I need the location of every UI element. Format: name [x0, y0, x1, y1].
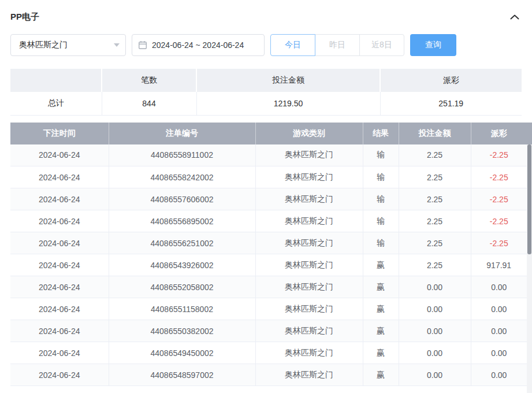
cell-order-id: 44086558911002	[109, 144, 255, 166]
cell-result: 赢	[363, 342, 399, 364]
cell-game-type: 奥林匹斯之门	[255, 342, 363, 364]
cell-payout: -2.25	[471, 166, 527, 188]
cell-bet-time: 2024-06-24	[10, 364, 109, 386]
summary-total-row: 总计 844 1219.50 251.19	[10, 92, 522, 115]
collapse-button[interactable]	[508, 10, 522, 24]
cell-game-type: 奥林匹斯之门	[255, 210, 363, 232]
cell-game-type: 奥林匹斯之门	[255, 166, 363, 188]
cell-game-type: 奥林匹斯之门	[255, 232, 363, 254]
cell-game-type: 奥林匹斯之门	[255, 188, 363, 210]
cell-payout: 0.00	[471, 342, 527, 364]
cell-bet-amount: 0.00	[399, 276, 471, 298]
cell-result: 赢	[363, 276, 399, 298]
header-result: 结果	[363, 123, 399, 144]
table-row: 2024-06-2444086552058002奥林匹斯之门赢0.000.00	[10, 276, 527, 298]
summary-header-bet-amount: 投注金额	[196, 69, 380, 92]
table-row: 2024-06-2444086558911002奥林匹斯之门输2.25-2.25	[10, 144, 527, 166]
scrollbar-thumb[interactable]	[527, 144, 531, 254]
report-table: 下注时间 注单编号 游戏类别 结果 投注金额 派彩 2024-06-244408…	[10, 123, 527, 393]
cell-bet-amount: 2.25	[399, 254, 471, 276]
summary-total-count: 844	[102, 92, 196, 115]
chevron-down-icon	[114, 43, 120, 47]
cell-result: 赢	[363, 298, 399, 320]
today-button[interactable]: 今日	[270, 34, 315, 56]
game-select-value: 奥林匹斯之门	[19, 40, 68, 50]
cell-game-type: 奥林匹斯之门	[255, 298, 363, 320]
cell-game-type: 奥林匹斯之门	[255, 276, 363, 298]
cell-payout: 917.91	[471, 254, 527, 276]
cell-payout: -2.25	[471, 144, 527, 166]
cell-order-id: 44086552058002	[109, 276, 255, 298]
summary-table: 笔数 投注金额 派彩 总计 844 1219.50 251.19	[10, 69, 522, 116]
cell-bet-amount: 0.00	[399, 342, 471, 364]
panel-header: PP电子	[10, 0, 522, 34]
cell-bet-time: 2024-06-24	[10, 210, 109, 232]
cell-bet-amount: 2.25	[399, 144, 471, 166]
cell-order-id: 44086549450002	[109, 342, 255, 364]
panel-title: PP电子	[10, 12, 39, 23]
header-order-id: 注单编号	[109, 123, 255, 144]
cell-order-id: 44086543926002	[109, 254, 255, 276]
cell-bet-amount: 2.25	[399, 210, 471, 232]
partial-row	[10, 386, 527, 393]
game-select[interactable]: 奥林匹斯之门	[10, 34, 126, 56]
cell-result: 输	[363, 144, 399, 166]
cell-payout: -2.25	[471, 210, 527, 232]
report-table-wrap: 下注时间 注单编号 游戏类别 结果 投注金额 派彩 2024-06-244408…	[10, 123, 532, 393]
cell-order-id: 44086557606002	[109, 188, 255, 210]
cell-payout: -2.25	[471, 188, 527, 210]
table-header-gutter	[527, 123, 532, 144]
cell-bet-amount: 2.25	[399, 188, 471, 210]
cell-payout: 0.00	[471, 298, 527, 320]
filter-row: 奥林匹斯之门 2024-06-24 ~ 2024-06-24 今日 昨日 近8日…	[10, 34, 522, 56]
last-8-days-button[interactable]: 近8日	[359, 34, 404, 56]
cell-bet-time: 2024-06-24	[10, 276, 109, 298]
cell-order-id: 44086558242002	[109, 166, 255, 188]
header-game-type: 游戏类别	[255, 123, 363, 144]
cell-game-type: 奥林匹斯之门	[255, 320, 363, 342]
cell-bet-time: 2024-06-24	[10, 342, 109, 364]
table-scrollbar[interactable]	[527, 144, 532, 393]
partial-row-cell	[10, 386, 527, 393]
search-button[interactable]: 查询	[410, 34, 456, 56]
cell-bet-amount: 2.25	[399, 232, 471, 254]
cell-order-id: 44086556895002	[109, 210, 255, 232]
table-row: 2024-06-2444086549450002奥林匹斯之门赢0.000.00	[10, 342, 527, 364]
summary-total-bet-amount: 1219.50	[196, 92, 380, 115]
cell-result: 赢	[363, 320, 399, 342]
cell-bet-time: 2024-06-24	[10, 298, 109, 320]
table-row: 2024-06-2444086558242002奥林匹斯之门输2.25-2.25	[10, 166, 527, 188]
summary-total-label: 总计	[10, 92, 102, 115]
table-row: 2024-06-2444086556251002奥林匹斯之门输2.25-2.25	[10, 232, 527, 254]
cell-bet-time: 2024-06-24	[10, 188, 109, 210]
table-row: 2024-06-2444086543926002奥林匹斯之门赢2.25917.9…	[10, 254, 527, 276]
cell-bet-time: 2024-06-24	[10, 320, 109, 342]
cell-result: 输	[363, 188, 399, 210]
date-range-input[interactable]: 2024-06-24 ~ 2024-06-24	[132, 34, 265, 56]
cell-result: 输	[363, 210, 399, 232]
summary-header-empty	[10, 69, 102, 92]
summary-header-payout: 派彩	[380, 69, 522, 92]
cell-game-type: 奥林匹斯之门	[255, 364, 363, 386]
cell-result: 赢	[363, 254, 399, 276]
header-bet-time: 下注时间	[10, 123, 109, 144]
table-row: 2024-06-2444086550382002奥林匹斯之门赢0.000.00	[10, 320, 527, 342]
cell-payout: 0.00	[471, 364, 527, 386]
cell-bet-amount: 0.00	[399, 320, 471, 342]
cell-order-id: 44086548597002	[109, 364, 255, 386]
cell-result: 输	[363, 232, 399, 254]
cell-result: 输	[363, 166, 399, 188]
summary-header-count: 笔数	[102, 69, 196, 92]
report-header-row: 下注时间 注单编号 游戏类别 结果 投注金额 派彩	[10, 123, 527, 144]
pp-games-panel: PP电子 奥林匹斯之门 2024-06-24 ~ 2024-06-24	[0, 0, 532, 393]
cell-bet-amount: 0.00	[399, 298, 471, 320]
cell-order-id: 44086551158002	[109, 298, 255, 320]
cell-order-id: 44086556251002	[109, 232, 255, 254]
table-row: 2024-06-2444086557606002奥林匹斯之门输2.25-2.25	[10, 188, 527, 210]
yesterday-button[interactable]: 昨日	[315, 34, 360, 56]
table-row: 2024-06-2444086551158002奥林匹斯之门赢0.000.00	[10, 298, 527, 320]
cell-order-id: 44086550382002	[109, 320, 255, 342]
cell-game-type: 奥林匹斯之门	[255, 144, 363, 166]
cell-bet-time: 2024-06-24	[10, 144, 109, 166]
chevron-up-icon	[510, 12, 519, 21]
